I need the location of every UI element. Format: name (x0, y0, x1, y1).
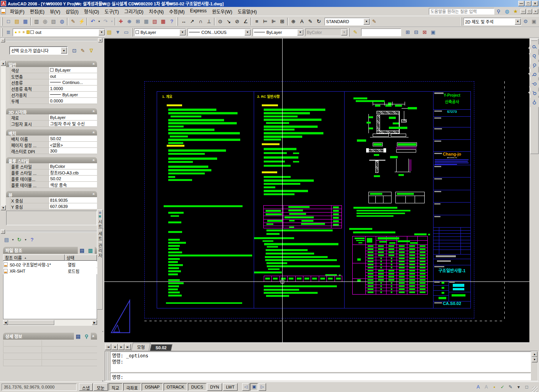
toolbar-grip[interactable] (2, 17, 3, 26)
dim-baseline-icon[interactable]: ⊨ (261, 17, 270, 26)
help-icon[interactable]: ? (28, 235, 36, 244)
menu-item-3[interactable]: 삽입(I) (63, 7, 81, 16)
scroll-right-icon[interactable]: ▶ (92, 320, 97, 325)
property-value[interactable]: 300 (49, 148, 97, 154)
menu-item-5[interactable]: 도구(T) (102, 7, 121, 16)
dim-quick-icon[interactable]: ≡ (253, 17, 261, 26)
match-properties-icon[interactable]: ✎ (69, 17, 77, 26)
refedit-remove-icon[interactable]: ⊟ (412, 28, 420, 37)
dim-text-edit-icon[interactable]: ✎ (306, 17, 315, 26)
xref-row[interactable]: XR-SHT로드됨 (3, 268, 97, 274)
property-value[interactable]: <없음> (49, 142, 97, 147)
dim-jogged-icon[interactable]: ↘ (224, 17, 233, 26)
toggle-직교[interactable]: 직교 (109, 383, 122, 391)
toggle-lwt[interactable]: LWT (223, 383, 238, 391)
resize-grip[interactable] (532, 387, 537, 392)
mdi-minimize-button[interactable]: — (521, 9, 526, 14)
dim-diameter-icon[interactable]: ⊘ (233, 17, 241, 26)
command-window-grip[interactable] (106, 352, 109, 380)
undo-drop-icon[interactable]: ▾ (97, 17, 101, 26)
section-header-3[interactable]: 플롯 스타일« (6, 157, 97, 163)
dim-linear-icon[interactable]: ↔ (179, 17, 188, 26)
next-layout-icon[interactable]: ▷ (259, 383, 266, 391)
dim-edit-icon[interactable]: A (298, 17, 306, 26)
zoom-realtime-icon[interactable]: ⊕ (125, 17, 134, 26)
mdi-restore-button[interactable]: □ (527, 9, 532, 14)
property-value[interactable]: ByLayer (49, 92, 97, 97)
layer-previous-icon[interactable]: ▼ (114, 28, 122, 37)
attach-drop-icon[interactable]: ▾ (11, 235, 15, 244)
table-style-icon[interactable]: ✎ (351, 28, 360, 37)
property-value[interactable]: ByColor (49, 163, 97, 169)
refresh-drop-icon[interactable]: ▾ (23, 235, 28, 244)
search-icon[interactable]: ⚲ (494, 7, 503, 16)
workspace-settings-icon[interactable]: ⚙ (521, 17, 530, 26)
details-icon[interactable]: ▤ (74, 332, 82, 340)
section-header-1[interactable]: 3D 시각화« (6, 108, 97, 114)
statusbar-menu-drop-icon[interactable]: ▾ (515, 383, 522, 391)
tab-nav-1[interactable]: ◀ (112, 344, 118, 350)
minimize-button[interactable]: — (518, 1, 524, 6)
undo-icon[interactable]: ↶ (89, 17, 97, 26)
annotation-visibility-icon[interactable]: A (474, 383, 482, 391)
property-value[interactable]: 1.0000 (49, 85, 97, 91)
redo-icon[interactable]: ↷ (101, 17, 110, 26)
help-icon[interactable]: ? (167, 17, 176, 26)
layer-lock-icon[interactable] (27, 30, 30, 34)
toolbar-grip[interactable] (177, 17, 178, 26)
coordinates-display[interactable]: 351.7376, 92.9679, 0.0000 (2, 384, 77, 391)
property-value[interactable]: ByLayer (49, 67, 97, 73)
markup-set-manager-icon[interactable]: ▧ (151, 17, 159, 26)
command-scrollbar[interactable]: ▲ ▼ (532, 352, 537, 380)
property-value[interactable]: 색상 종속 (49, 182, 97, 188)
toggle-모눈[interactable]: 모눈 (94, 383, 107, 391)
column-header-name[interactable]: 참조 이름 ▲ (3, 255, 65, 261)
dim-update-icon[interactable]: ↻ (315, 17, 323, 26)
refedit-name-field[interactable] (361, 28, 401, 36)
save-icon[interactable]: ▦ (21, 17, 30, 26)
collapse-chevron-icon[interactable]: « (91, 159, 96, 161)
column-header-status[interactable]: 상태 (65, 255, 97, 261)
workspace-save-icon[interactable]: ▣ (530, 17, 538, 26)
plot-preview-icon[interactable]: ◎ (41, 17, 49, 26)
tab-nav-3[interactable]: ▶| (125, 344, 131, 350)
menu-item-8[interactable]: 수정(M) (166, 7, 187, 16)
collapse-chevron-icon[interactable]: « (91, 63, 96, 65)
tab-nav-0[interactable]: |◀ (105, 344, 111, 350)
dim-style-combo[interactable]: STANDARD ▼ (325, 18, 370, 25)
annotation-autoscale-icon[interactable]: A (482, 383, 490, 391)
menu-item-6[interactable]: 그리기(D) (122, 7, 146, 16)
xref-hscrollbar[interactable]: ◀ ▶ (3, 320, 97, 326)
help-search-input[interactable] (429, 8, 494, 15)
annotation-scale-icon[interactable]: ✓ (499, 383, 506, 391)
toggle-스냅[interactable]: 스냅 (79, 383, 93, 391)
open-icon[interactable]: ▤ (13, 17, 21, 26)
menu-item-9[interactable]: Express (187, 7, 209, 16)
quickcalc-icon[interactable]: ▦ (159, 17, 167, 26)
toggle-osnap[interactable]: OSNAP (142, 383, 163, 391)
pan-icon[interactable]: ✚ (117, 17, 125, 26)
block-editor-icon[interactable]: ⚡ (77, 17, 86, 26)
command-input[interactable]: 명령: (110, 373, 531, 380)
palette-grab-bar[interactable]: – × (0, 229, 103, 234)
section-header-4[interactable]: 뷰« (6, 191, 97, 197)
refresh-icon[interactable]: ↻ (15, 235, 23, 244)
toolbar-grip[interactable] (461, 17, 462, 26)
toggle-ducs[interactable]: DUCS (188, 383, 206, 391)
chevron-down-icon[interactable]: ▼ (363, 18, 370, 25)
layer-manager-icon[interactable]: ≣ (4, 28, 13, 37)
xref-row[interactable]: S0-02 구조일반사항-1*열림 (3, 261, 97, 268)
3ddwf-icon[interactable]: ◍ (58, 17, 66, 26)
collapse-chevron-icon[interactable]: « (91, 193, 96, 195)
preview-icon[interactable]: ⚲ (82, 332, 91, 340)
property-value[interactable]: 그림자 주사 및 수신 (49, 121, 97, 126)
layer-on-icon[interactable]: ● (15, 30, 17, 34)
refedit-save-icon[interactable]: ▣ (429, 28, 437, 37)
dim-style-manager-icon[interactable]: ✎ (370, 17, 378, 26)
clean-screen-icon[interactable]: □ (523, 383, 531, 391)
tab-layout-s002[interactable]: S0.02 (150, 344, 172, 351)
dim-radius-icon[interactable]: ⊙ (216, 17, 224, 26)
chevron-down-icon[interactable]: ▼ (244, 29, 251, 35)
property-value[interactable]: 창조ISO-A3.ctb (49, 169, 97, 175)
collapse-chevron-icon[interactable]: « (91, 335, 96, 337)
